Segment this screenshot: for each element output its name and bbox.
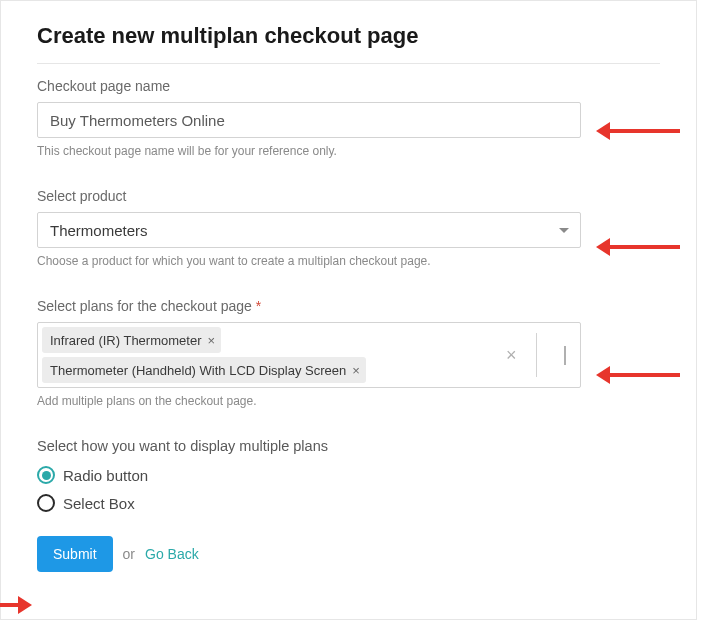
tag-remove-icon[interactable]: × xyxy=(352,364,360,377)
divider xyxy=(37,63,660,64)
name-label: Checkout page name xyxy=(37,78,660,94)
page-title: Create new multiplan checkout page xyxy=(37,23,660,49)
radio-option-radio-button[interactable]: Radio button xyxy=(37,466,660,484)
plans-hint: Add multiple plans on the checkout page. xyxy=(37,394,660,408)
plans-label-text: Select plans for the checkout page xyxy=(37,298,252,314)
display-label: Select how you want to display multiple … xyxy=(37,438,660,454)
annotation-arrow xyxy=(596,366,680,384)
caret-down-icon xyxy=(554,220,574,240)
plans-label: Select plans for the checkout page * xyxy=(37,298,660,314)
name-input[interactable] xyxy=(37,102,581,138)
actions-row: Submit or Go Back xyxy=(37,536,660,572)
plan-tag: Thermometer (Handheld) With LCD Display … xyxy=(42,357,366,383)
plans-field-block: Select plans for the checkout page * Inf… xyxy=(37,298,660,408)
plans-multiselect[interactable]: Infrared (IR) Thermometer × Thermometer … xyxy=(37,322,581,388)
annotation-arrow xyxy=(596,238,680,256)
product-field-block: Select product Thermometers Choose a pro… xyxy=(37,188,660,268)
annotation-arrow xyxy=(0,596,32,614)
radio-icon-selected xyxy=(37,466,55,484)
name-field-block: Checkout page name This checkout page na… xyxy=(37,78,660,158)
clear-all-icon[interactable]: × xyxy=(506,346,517,364)
multiselect-controls: × xyxy=(518,323,580,387)
radio-label: Select Box xyxy=(63,495,135,512)
plan-tag-label: Thermometer (Handheld) With LCD Display … xyxy=(50,363,346,378)
tags-area: Infrared (IR) Thermometer × Thermometer … xyxy=(38,323,518,387)
radio-option-select-box[interactable]: Select Box xyxy=(37,494,660,512)
divider xyxy=(536,333,537,377)
radio-icon-unselected xyxy=(37,494,55,512)
plan-tag-label: Infrared (IR) Thermometer xyxy=(50,333,201,348)
or-text: or xyxy=(123,546,135,562)
plan-tag: Infrared (IR) Thermometer × xyxy=(42,327,221,353)
product-hint: Choose a product for which you want to c… xyxy=(37,254,660,268)
display-field-block: Select how you want to display multiple … xyxy=(37,438,660,512)
product-label: Select product xyxy=(37,188,660,204)
tag-remove-icon[interactable]: × xyxy=(207,334,215,347)
name-hint: This checkout page name will be for your… xyxy=(37,144,660,158)
go-back-link[interactable]: Go Back xyxy=(145,546,199,562)
radio-label: Radio button xyxy=(63,467,148,484)
product-select[interactable]: Thermometers xyxy=(37,212,581,248)
annotation-arrow xyxy=(596,122,680,140)
submit-button[interactable]: Submit xyxy=(37,536,113,572)
chevron-down-icon[interactable] xyxy=(564,346,566,364)
form-panel: Create new multiplan checkout page Check… xyxy=(0,0,697,620)
required-marker: * xyxy=(256,298,261,314)
product-value: Thermometers xyxy=(50,222,148,239)
